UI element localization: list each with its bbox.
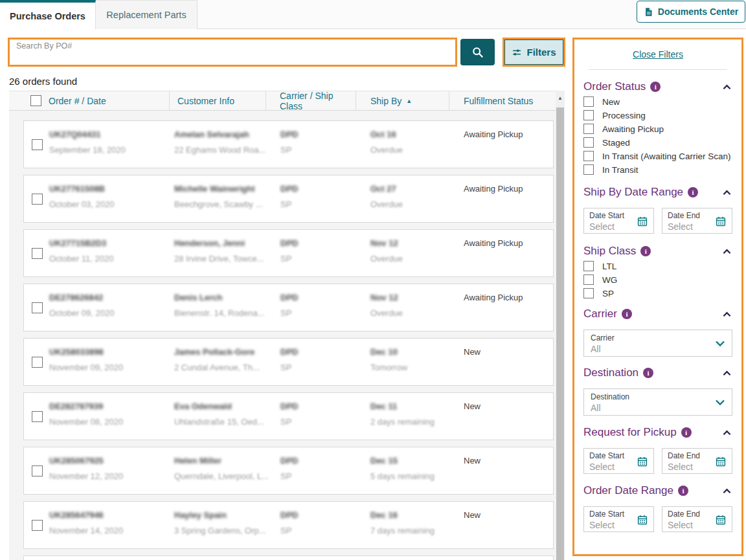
- checkbox-class-wg[interactable]: [583, 274, 594, 285]
- ship-class-option-label: LTL: [602, 262, 616, 271]
- ship-by-date: Nov 12: [370, 293, 462, 302]
- column-header-order[interactable]: Order # / Date: [41, 91, 169, 110]
- column-header-status[interactable]: Fulfillment Status: [449, 91, 556, 110]
- collapse-ship-class-button[interactable]: [721, 247, 732, 256]
- table-row[interactable]: UK27Q04431 September 18, 2020 Amelan Sel…: [23, 120, 554, 168]
- tab-replacement-parts[interactable]: Replacement Parts: [96, 0, 198, 29]
- collapse-ship-by-date-button[interactable]: [721, 188, 732, 197]
- table-row-partial[interactable]: [23, 555, 554, 560]
- status-option-label: Staged: [602, 138, 630, 148]
- ship-by-date: Dec 16: [370, 510, 462, 520]
- collapse-request-pickup-button[interactable]: [721, 429, 732, 437]
- table-row[interactable]: UK27761508B October 03, 2020 Michelle Wa…: [23, 175, 554, 223]
- customer-address: 3 Spring Gardens, Orp...: [174, 526, 279, 535]
- fulfillment-status: New: [464, 456, 480, 465]
- table-row[interactable]: DE282787939 November 08, 2020 Eva Odenwa…: [23, 392, 554, 440]
- ship-by-date-end[interactable]: Date End Select: [662, 208, 732, 234]
- filters-button[interactable]: Filters: [504, 39, 563, 65]
- ship-by-date: Oct 27: [370, 184, 462, 194]
- row-checkbox[interactable]: [32, 520, 43, 531]
- info-circle-icon[interactable]: i: [650, 82, 661, 92]
- pickup-date-start[interactable]: Date Start Select: [583, 448, 654, 474]
- scrollbar-thumb[interactable]: [556, 107, 564, 560]
- filter-title-order-date: Order Date Range: [583, 484, 673, 497]
- row-checkbox[interactable]: [32, 302, 43, 313]
- column-header-carrier[interactable]: Carrier / Ship Class: [266, 91, 356, 110]
- ship-by-date: Oct 16: [370, 129, 462, 139]
- info-circle-icon[interactable]: i: [640, 246, 651, 256]
- fulfillment-status: New: [464, 401, 480, 411]
- checkbox-status-in-transit-awaiting-scan[interactable]: [583, 151, 594, 161]
- order-number: UK285647946: [49, 510, 123, 520]
- row-checkbox[interactable]: [32, 357, 43, 368]
- close-filters-link[interactable]: Close Filters: [633, 49, 683, 60]
- carrier: DPD: [280, 238, 298, 248]
- row-checkbox[interactable]: [32, 194, 43, 205]
- table-row[interactable]: UK258033898 November 09, 2020 James Poll…: [23, 338, 554, 386]
- customer-name: Amelan Selvarajah: [174, 129, 279, 139]
- order-date-end[interactable]: Date End Select: [662, 506, 732, 532]
- documents-center-button[interactable]: Documents Center: [637, 1, 745, 23]
- order-number: UK27Q04431: [49, 129, 126, 139]
- ship-by-note: 5 days remaining: [370, 471, 462, 481]
- collapse-order-status-button[interactable]: [721, 83, 732, 91]
- collapse-order-date-button[interactable]: [721, 487, 732, 495]
- order-date: September 18, 2020: [49, 145, 126, 155]
- checkbox-status-processing[interactable]: [583, 110, 594, 120]
- row-checkbox[interactable]: [32, 411, 43, 422]
- destination-dropdown[interactable]: Destination All: [583, 388, 732, 416]
- select-all-checkbox[interactable]: [30, 95, 41, 106]
- checkbox-class-sp[interactable]: [583, 288, 594, 298]
- ship-class-option-label: SP: [602, 289, 614, 298]
- ship-class: SP: [280, 199, 298, 209]
- order-number: UK285067925: [49, 456, 123, 465]
- column-header-customer[interactable]: Customer Info: [169, 91, 266, 110]
- filter-title-ship-class: Ship Class: [583, 245, 636, 258]
- info-circle-icon[interactable]: i: [688, 187, 698, 197]
- pickup-date-end[interactable]: Date End Select: [662, 448, 732, 474]
- table-scrollbar[interactable]: ▲: [556, 91, 565, 560]
- document-icon: [644, 7, 653, 17]
- ship-class: SP: [280, 471, 298, 481]
- customer-name: Hayley Spain: [174, 510, 279, 520]
- table-row[interactable]: DE278626842 October 09, 2020 Denis Lerch…: [23, 284, 554, 331]
- carrier-dropdown[interactable]: Carrier All: [583, 330, 732, 357]
- tab-purchase-orders[interactable]: Purchase Orders: [0, 0, 96, 29]
- checkbox-status-staged[interactable]: [583, 137, 594, 148]
- info-circle-icon[interactable]: i: [622, 309, 632, 319]
- search-input[interactable]: [10, 39, 455, 65]
- scroll-arrow-up[interactable]: ▲: [556, 91, 565, 105]
- column-header-order-label: Order # / Date: [49, 96, 106, 106]
- order-number: DE282787939: [49, 401, 123, 411]
- fulfillment-status: New: [464, 510, 480, 520]
- customer-name: James Pollack-Gore: [174, 347, 279, 357]
- row-checkbox[interactable]: [32, 465, 43, 476]
- column-header-ship-by[interactable]: Ship By▲: [356, 91, 449, 110]
- checkbox-status-awaiting-pickup[interactable]: [583, 124, 594, 134]
- carrier: DPD: [280, 184, 298, 194]
- customer-name: Eva Odenwald: [174, 401, 279, 411]
- ship-by-date-start[interactable]: Date Start Select: [583, 208, 654, 234]
- row-checkbox[interactable]: [32, 139, 43, 150]
- info-circle-icon[interactable]: i: [643, 368, 653, 378]
- collapse-carrier-button[interactable]: [721, 310, 732, 319]
- info-circle-icon[interactable]: i: [681, 427, 692, 438]
- table-row[interactable]: UK27715B2D3 October 11, 2020 Henderson, …: [23, 229, 554, 277]
- sliders-icon: [512, 47, 522, 58]
- checkbox-status-new[interactable]: [583, 96, 594, 107]
- ship-by-note: Overdue: [370, 199, 462, 209]
- row-checkbox[interactable]: [32, 248, 43, 259]
- checkbox-class-ltl[interactable]: [583, 261, 594, 271]
- filters-button-label: Filters: [526, 47, 556, 58]
- order-date-start[interactable]: Date Start Select: [583, 506, 654, 532]
- orders-count: 26 orders found: [9, 76, 77, 87]
- table-row[interactable]: UK285067925 November 12, 2020 Helen Mill…: [23, 447, 554, 495]
- checkbox-status-in-transit[interactable]: [583, 164, 594, 175]
- table-row[interactable]: UK285647946 November 14, 2020 Hayley Spa…: [23, 501, 554, 549]
- info-circle-icon[interactable]: i: [678, 486, 688, 496]
- status-option-label: Processing: [602, 111, 646, 120]
- collapse-destination-button[interactable]: [721, 369, 732, 377]
- column-header-customer-label: Customer Info: [177, 96, 234, 106]
- search-button[interactable]: [460, 39, 495, 65]
- order-date: October 03, 2020: [49, 199, 114, 209]
